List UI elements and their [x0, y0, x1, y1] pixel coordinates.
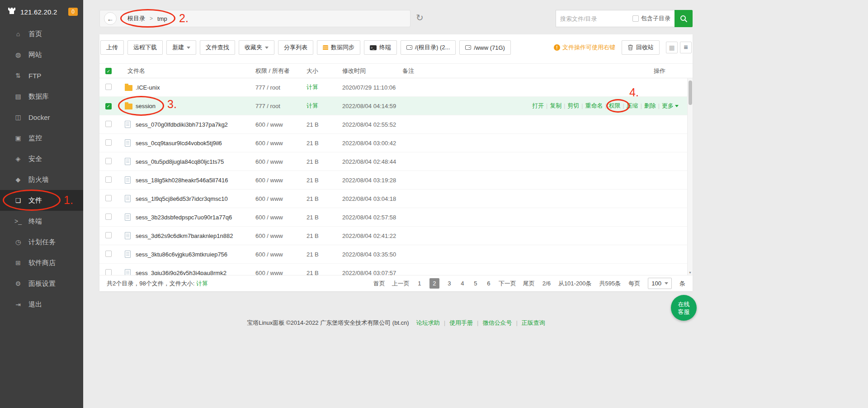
- action-rename[interactable]: 重命名: [585, 102, 603, 110]
- row-checkbox[interactable]: ✓: [105, 103, 112, 109]
- sidebar-item-settings[interactable]: ⚙面板设置: [0, 273, 83, 294]
- sidebar-item-firewall[interactable]: ◆防火墙: [0, 169, 83, 190]
- table-row[interactable]: sess_3qju36i9o26v5h3i4pau8rmk2600 / www2…: [99, 264, 693, 275]
- table-row[interactable]: sess_1l9q5cj8e6d53r7idcr3qmsc10600 / www…: [99, 190, 693, 208]
- file-name[interactable]: sess_18lg5kh028heakr546a5ll7416: [136, 177, 255, 184]
- scrollbar-down-icon[interactable]: ▼: [688, 270, 693, 275]
- pagination-item[interactable]: 下一页: [499, 280, 516, 288]
- file-find-button[interactable]: 文件查找: [200, 40, 235, 55]
- footer-link[interactable]: 论坛求助: [416, 319, 440, 326]
- footer-link[interactable]: 微信公众号: [482, 319, 512, 326]
- search-input[interactable]: [560, 15, 630, 22]
- search-button[interactable]: [675, 10, 693, 27]
- new-button[interactable]: 新建: [166, 40, 196, 55]
- file-name[interactable]: sess_3qju36i9o26v5h3i4pau8rmk2: [136, 270, 255, 275]
- compute-size-link[interactable]: 计算: [307, 84, 318, 90]
- compute-size-link[interactable]: 计算: [307, 102, 318, 109]
- favorites-button[interactable]: 收藏夹: [239, 40, 274, 55]
- row-checkbox[interactable]: [105, 213, 112, 220]
- sidebar-item-logout[interactable]: ⇥退出: [0, 294, 83, 315]
- row-checkbox[interactable]: [105, 158, 112, 164]
- sidebar-item-site[interactable]: ◍网站: [0, 44, 83, 65]
- pagination-item[interactable]: 2: [429, 278, 439, 289]
- logo-row[interactable]: 121.62.20.2 0: [0, 0, 83, 24]
- pagination-item[interactable]: 3: [446, 280, 453, 287]
- row-checkbox[interactable]: [105, 84, 112, 90]
- action-delete[interactable]: 删除: [644, 102, 656, 110]
- row-checkbox[interactable]: [105, 121, 112, 127]
- back-button[interactable]: ←: [104, 12, 117, 25]
- row-checkbox[interactable]: [105, 176, 112, 183]
- breadcrumb-current[interactable]: tmp: [157, 15, 167, 22]
- refresh-button[interactable]: ↻: [416, 13, 424, 22]
- row-checkbox[interactable]: [105, 269, 112, 275]
- pagination-item[interactable]: 尾页: [523, 280, 535, 288]
- table-row[interactable]: sess_0tu5pd8jugla84cq80ljc1ts75600 / www…: [99, 152, 693, 171]
- file-name[interactable]: sess_0cq9tasur9lcd4vobok5tj9il6: [136, 140, 255, 147]
- sidebar-item-files[interactable]: ❏文件: [0, 190, 83, 211]
- upload-button[interactable]: 上传: [100, 40, 124, 55]
- online-support-button[interactable]: 在线 客服: [671, 295, 697, 321]
- sidebar-item-cron[interactable]: ◷计划任务: [0, 232, 83, 252]
- footer-link[interactable]: 正版查询: [522, 319, 545, 326]
- sidebar-item-monitor[interactable]: ▣监控: [0, 128, 83, 148]
- list-view-button[interactable]: ≡: [680, 42, 692, 53]
- pagination-item[interactable]: 首页: [373, 280, 385, 288]
- sidebar-item-terminal[interactable]: >_终端: [0, 211, 83, 232]
- table-row[interactable]: sess_3b23dsbfedpspc7uo90r1a77q6600 / www…: [99, 208, 693, 227]
- message-badge[interactable]: 0: [68, 8, 78, 16]
- grid-view-button[interactable]: ▦: [666, 42, 678, 53]
- table-row[interactable]: sess_0cq9tasur9lcd4vobok5tj9il6600 / www…: [99, 134, 693, 152]
- select-all-checkbox[interactable]: ✓: [105, 68, 112, 74]
- per-page-select[interactable]: 100: [648, 278, 672, 289]
- file-name[interactable]: sess_0tu5pd8jugla84cq80ljc1ts75: [136, 158, 255, 165]
- table-row[interactable]: sess_3d62s9c6dkm7baraknlep1n882600 / www…: [99, 227, 693, 245]
- footer-link[interactable]: 使用手册: [449, 319, 473, 326]
- scrollbar-thumb[interactable]: [689, 81, 692, 105]
- file-name[interactable]: sess_3ktu86c6vjgku63mtkruiep756: [136, 251, 255, 258]
- share-list-button[interactable]: 分享列表: [278, 40, 313, 55]
- pagination-item[interactable]: 1: [416, 280, 423, 287]
- column-filename[interactable]: 文件名: [125, 67, 255, 75]
- pagination-item[interactable]: 5: [472, 280, 479, 287]
- row-checkbox[interactable]: [105, 232, 112, 238]
- action-open[interactable]: 打开: [532, 102, 544, 110]
- disk-root-button[interactable]: /(根目录) (2...: [401, 40, 456, 55]
- file-name[interactable]: session: [136, 103, 255, 109]
- table-row[interactable]: ✓session777 / root计算2022/08/04 04:14:59打…: [99, 97, 693, 115]
- action-cut[interactable]: 剪切: [567, 102, 579, 110]
- include-subdir-checkbox[interactable]: [632, 15, 639, 22]
- sidebar-item-docker[interactable]: ◫Docker: [0, 107, 83, 128]
- table-scrollbar[interactable]: ▼: [687, 78, 693, 275]
- disk-www-button[interactable]: /www (71G): [459, 40, 511, 55]
- action-more[interactable]: 更多: [662, 102, 679, 110]
- sidebar-item-home[interactable]: ⌂首页: [0, 24, 83, 44]
- pagination-item[interactable]: 6: [486, 280, 492, 287]
- compute-total-size-link[interactable]: 计算: [196, 280, 208, 287]
- action-compress[interactable]: 压缩: [627, 102, 638, 110]
- sidebar-item-appstore[interactable]: ⊞软件商店: [0, 252, 83, 273]
- file-name[interactable]: sess_3d62s9c6dkm7baraknlep1n882: [136, 232, 255, 239]
- sidebar-item-ftp[interactable]: ⇅FTP: [0, 65, 83, 86]
- pagination-item[interactable]: 上一页: [392, 280, 410, 288]
- action-copy[interactable]: 复制: [550, 102, 561, 110]
- row-checkbox[interactable]: [105, 139, 112, 146]
- breadcrumb-root[interactable]: 根目录: [127, 14, 145, 23]
- include-subdir-option[interactable]: 包含子目录: [632, 14, 670, 23]
- terminal-button[interactable]: >_终端: [364, 40, 397, 55]
- recycle-bin-button[interactable]: 回收站: [622, 40, 660, 55]
- sidebar-item-database[interactable]: ▤数据库: [0, 86, 83, 107]
- table-row[interactable]: sess_3ktu86c6vjgku63mtkruiep756600 / www…: [99, 245, 693, 264]
- action-permission[interactable]: 权限: [609, 102, 621, 110]
- file-name[interactable]: sess_3b23dsbfedpspc7uo90r1a77q6: [136, 214, 255, 221]
- sidebar-item-security[interactable]: ◈安全: [0, 148, 83, 169]
- table-row[interactable]: sess_18lg5kh028heakr546a5ll7416600 / www…: [99, 171, 693, 190]
- row-checkbox[interactable]: [105, 251, 112, 257]
- data-sync-button[interactable]: 数据同步: [317, 40, 360, 55]
- table-row[interactable]: .ICE-unix777 / root计算2020/07/29 11:10:06: [99, 78, 693, 97]
- file-name[interactable]: sess_1l9q5cj8e6d53r7idcr3qmsc10: [136, 195, 255, 202]
- pagination-item[interactable]: 4: [459, 280, 466, 287]
- table-row[interactable]: sess_070g0lfdbdiki3bh7137pa7kg2600 / www…: [99, 115, 693, 134]
- remote-download-button[interactable]: 远程下载: [127, 40, 163, 55]
- row-checkbox[interactable]: [105, 195, 112, 201]
